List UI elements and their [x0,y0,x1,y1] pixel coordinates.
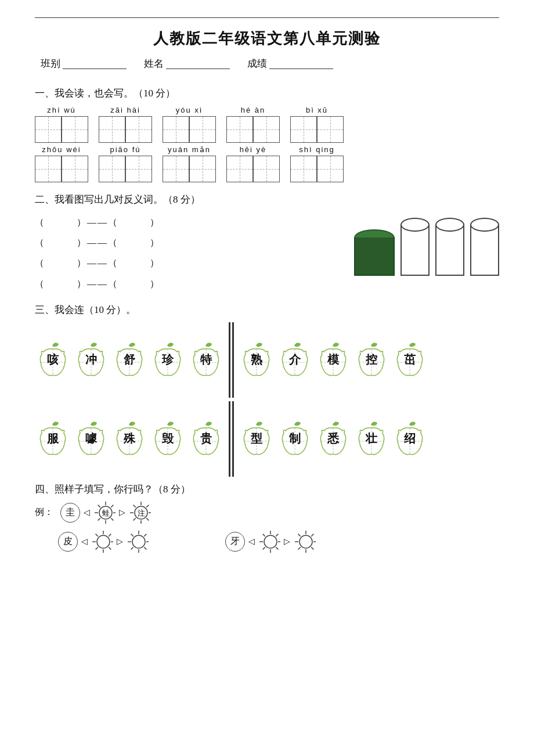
char-box[interactable] [99,116,125,143]
pinyin-group: bì xū [290,106,344,143]
char-box[interactable] [189,156,216,182]
char-box[interactable] [317,116,344,143]
antonym-line: （ ）——（ ） [35,253,337,273]
arrow-left3: ◁ [248,537,255,546]
svg-point-88 [97,535,110,548]
apple-item: 服 [35,420,71,458]
sun-empty2 [127,531,149,553]
sun-svg-empty2 [127,530,149,554]
pinyin-label: zhí wù [47,106,76,114]
svg-line-101 [276,547,278,549]
apple-char: 悉 [327,431,339,447]
svg-line-92 [144,547,146,549]
cylinder-body-dark [354,237,395,276]
example-char1: 圭 [60,503,80,523]
apple-char: 噱 [85,431,97,447]
arrow-right2: ▷ [117,537,123,546]
char-boxes [290,116,344,143]
cylinder-dark [354,229,395,276]
apple-item: 毁 [150,420,186,458]
apple-item: 悉 [315,420,351,458]
char-box[interactable] [125,156,152,182]
section4-title: 四、照样子填写，你行吗？（8 分） [35,483,499,496]
pinyin-group: zhōu wéi [35,145,88,182]
apple-char: 模 [327,352,339,368]
apple-item: 特 [188,341,224,379]
pinyin-label: zāi hài [110,106,140,114]
sun-svg-wa: 蛙 [93,501,116,525]
svg-line-83 [109,547,111,549]
apple-item: 绍 [392,420,428,458]
svg-line-67 [98,505,100,507]
apple-item: 控 [353,341,389,379]
char-box[interactable] [253,116,280,143]
fill-char-pi: 皮 [58,532,78,552]
sun-empty1 [91,531,113,553]
svg-line-63 [111,518,113,520]
section4: 四、照样子填写，你行吗？（8 分） 例： 圭 ◁ 蛙 [35,483,499,553]
svg-line-114 [298,534,301,536]
char-box[interactable] [189,116,216,143]
apple-item: 制 [277,420,313,458]
char-box[interactable] [99,156,125,182]
sun-svg-empty1 [91,530,113,554]
apple-item: 噱 [73,420,109,458]
char-box[interactable] [35,116,62,143]
divbar3 [229,401,230,477]
char-box[interactable] [253,156,280,182]
char-box[interactable] [317,156,344,182]
antonym-lines: （ ）——（ ）（ ）——（ ）（ ）——（ ）（ ）——（ ） [35,212,337,294]
svg-text:蛙: 蛙 [102,509,110,517]
svg-line-77 [134,505,136,507]
apple-group-left1: 咳 冲 舒 [35,341,224,379]
cylinders-container [354,218,499,276]
section2: 二、我看图写出几对反义词。（8 分） （ ）——（ ）（ ）——（ ）（ ）——… [35,193,499,294]
apple-char: 毁 [162,431,174,447]
cylinder-white2 [435,218,464,276]
pinyin-group: yóu xì [163,106,216,143]
char-box[interactable] [226,116,253,143]
divbar4 [232,401,234,477]
char-box[interactable] [62,156,88,182]
apple-char: 珍 [162,352,174,368]
pinyin-label: shì qing [299,145,335,154]
sun-empty4 [294,531,316,553]
char-box[interactable] [35,156,62,182]
char-box[interactable] [163,116,189,143]
antonym-line: （ ）——（ ） [35,232,337,253]
name-info: 姓名 [144,57,230,70]
char-boxes [99,156,152,182]
apple-item: 冲 [73,341,109,379]
char-box[interactable] [125,116,152,143]
svg-line-81 [109,534,111,536]
svg-point-106 [264,535,277,548]
apple-item: 壮 [353,420,389,458]
char-boxes [99,116,152,143]
apple-char: 茁 [404,352,416,368]
example-row: 例： 圭 ◁ 蛙 [35,502,499,524]
apple-row2: 服 噱 殊 [35,401,499,477]
name-underline [166,59,230,69]
svg-line-103 [263,547,265,549]
apple-item: 模 [315,341,351,379]
section3: 三、我会连（10 分）。 咳 冲 [35,303,499,477]
char-box[interactable] [290,156,317,182]
apple-char: 特 [200,352,212,368]
char-box[interactable] [62,116,88,143]
svg-line-112 [298,547,301,549]
pinyin-group: yuán mǎn [163,145,216,182]
char-box[interactable] [226,156,253,182]
apple-item: 熟 [239,341,275,379]
svg-line-73 [146,518,149,520]
info-row: 班别 姓名 成绩 [35,57,499,70]
fill-char-ya: 牙 [225,532,245,552]
score-info: 成绩 [247,57,333,70]
pinyin-row1: zhí wùzāi hàiyóu xìhé ànbì xū [35,106,499,143]
apple-char: 冲 [85,352,97,368]
svg-point-97 [132,535,145,548]
char-box[interactable] [290,116,317,143]
svg-line-75 [134,518,136,520]
char-box[interactable] [163,156,189,182]
svg-line-110 [311,547,313,549]
pinyin-row2: zhōu wéipiāo fúyuán mǎnhēi yèshì qing [35,145,499,182]
